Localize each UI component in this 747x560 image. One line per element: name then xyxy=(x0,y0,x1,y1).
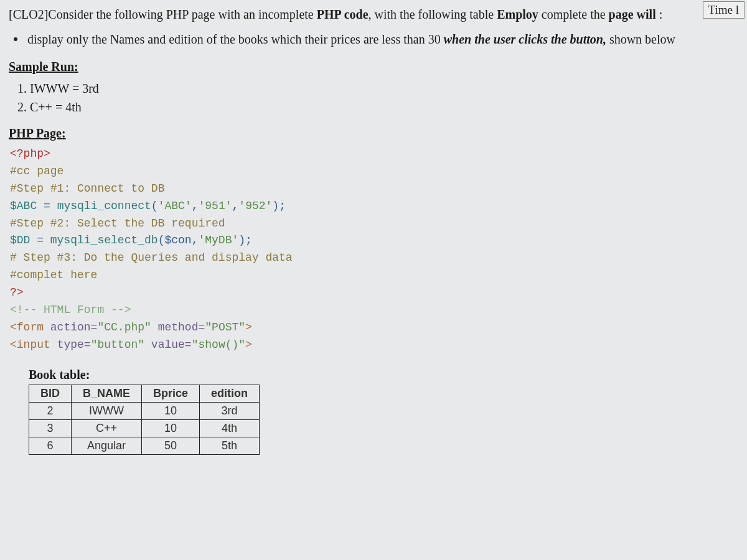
sample-run-list: 1. IWWW = 3rd 2. C++ = 4th xyxy=(17,79,738,116)
book-table-caption: Book table: xyxy=(29,368,738,382)
question-intro: [CLO2]Consider the following PHP page wi… xyxy=(9,5,695,24)
cell: 3 xyxy=(29,419,72,437)
code-l11b: action= xyxy=(50,321,98,334)
time-box: Time l xyxy=(703,1,745,19)
cell: 2 xyxy=(29,402,72,419)
exam-page: Time l [CLO2]Consider the following PHP … xyxy=(0,0,747,467)
bullet-block: display only the Names and edition of th… xyxy=(9,30,738,49)
cell: 5th xyxy=(200,437,260,454)
code-l4j: ); xyxy=(272,200,286,212)
table-header-row: BID B_NAME Bprice edition xyxy=(29,385,260,402)
code-l11e: "POST" xyxy=(205,321,245,334)
book-table: BID B_NAME Bprice edition 2 IWWW 10 3rd … xyxy=(29,385,260,455)
intro-mid: , with the following table xyxy=(369,7,497,21)
cell: C++ xyxy=(72,419,142,437)
code-l9: ?> xyxy=(10,286,24,299)
bullet-part1: display only the Names and edition of th… xyxy=(27,32,444,46)
cell: Angular xyxy=(72,437,142,454)
code-l2: #cc page xyxy=(10,165,63,177)
sample-run-heading: Sample Run: xyxy=(9,60,738,74)
code-l12b: type= xyxy=(57,338,91,351)
php-page-heading: PHP Page: xyxy=(9,126,738,141)
intro-after: complete the xyxy=(538,7,609,21)
cell: 6 xyxy=(29,437,72,454)
code-l12c: "button" xyxy=(91,338,144,351)
bullet-text: display only the Names and edition of th… xyxy=(27,30,675,49)
code-l12a: <input xyxy=(10,338,57,351)
code-l4g: '951' xyxy=(199,200,232,212)
cell: 3rd xyxy=(200,402,260,419)
cell: IWWW xyxy=(72,402,142,419)
cell: 10 xyxy=(142,419,200,437)
code-l11c: "CC.php" xyxy=(97,321,151,334)
intro-prefix: [CLO2]Consider the following PHP page wi… xyxy=(9,7,317,21)
bullet-icon xyxy=(14,37,17,41)
table-row: 2 IWWW 10 3rd xyxy=(29,402,260,419)
code-l6e: 'MyDB' xyxy=(198,234,238,246)
code-l4c: mysqli_connect xyxy=(57,200,151,212)
code-l6c: mysqli_select_db xyxy=(50,234,158,246)
code-l6a: $DD xyxy=(10,234,30,246)
code-l5: #Step #2: Select the DB required xyxy=(10,217,225,230)
table-row: 3 C++ 10 4th xyxy=(29,419,260,437)
code-l4e: 'ABC' xyxy=(158,200,192,212)
php-code-block: <?php> #cc page #Step #1: Connect to DB … xyxy=(10,146,738,354)
intro-tail: : xyxy=(656,7,663,21)
sample-line-1: 1. IWWW = 3rd xyxy=(17,79,738,98)
code-l4a: $ABC xyxy=(10,200,37,212)
th-bid: BID xyxy=(29,385,72,402)
bullet-row: display only the Names and edition of th… xyxy=(9,30,738,49)
code-l8: #complet here xyxy=(10,269,97,281)
table-row: 6 Angular 50 5th xyxy=(29,437,260,454)
cell: 4th xyxy=(200,419,260,437)
code-l12f: > xyxy=(245,338,252,351)
code-l6d: ($con, xyxy=(158,234,199,246)
code-l6b: = xyxy=(30,234,50,246)
code-l4d: ( xyxy=(151,200,158,212)
code-l6f: ); xyxy=(238,234,252,246)
code-l11a: <form xyxy=(10,321,50,334)
code-l4i: '952' xyxy=(238,200,272,212)
intro-bold1: PHP code xyxy=(317,7,369,21)
intro-bold3: page will xyxy=(609,7,656,21)
bullet-part2: shown below xyxy=(606,32,675,46)
sample-line-2: 2. C++ = 4th xyxy=(17,98,738,116)
code-l1: <?php> xyxy=(10,147,50,160)
code-l10: <!-- HTML Form --> xyxy=(10,304,131,316)
bullet-italic: when the user clicks the button, xyxy=(444,32,606,46)
code-l11f: > xyxy=(245,321,252,334)
code-l11d: method= xyxy=(151,321,205,334)
code-l12d: value= xyxy=(144,338,192,351)
cell: 10 xyxy=(142,402,200,419)
code-l7: # Step #3: Do the Queries and display da… xyxy=(10,251,293,264)
code-l12e: "show()" xyxy=(192,338,245,351)
code-l4h: , xyxy=(232,200,239,212)
cell: 50 xyxy=(142,437,200,454)
code-l4b: = xyxy=(37,200,57,212)
code-l4f: , xyxy=(192,200,199,212)
th-bname: B_NAME xyxy=(72,385,142,402)
intro-bold2: Employ xyxy=(497,7,538,21)
th-bprice: Bprice xyxy=(142,385,200,402)
th-edition: edition xyxy=(200,385,260,402)
time-label: Time l xyxy=(708,3,739,16)
code-l3: #Step #1: Connect to DB xyxy=(10,182,164,195)
